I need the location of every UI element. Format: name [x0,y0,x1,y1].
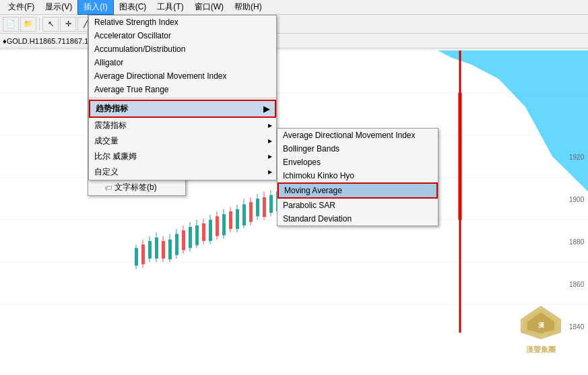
menu-chart[interactable]: 图表(C) [114,0,152,14]
svg-text:1840: 1840 [569,323,585,331]
toolbar-sep1 [39,18,40,30]
tech-oscillator[interactable]: 震荡指标 [89,118,276,133]
crosshair-btn[interactable]: ✛ [60,17,76,32]
trend-bb[interactable]: Bollinger Bands [277,142,438,156]
tech-alligator[interactable]: Alligator [89,56,276,69]
menu-window[interactable]: 窗口(W) [189,0,229,14]
menu-view[interactable]: 显示(V) [40,0,77,14]
menubar: 文件(F) 显示(V) 插入(I) 图表(C) 工具(T) 窗口(W) 帮助(H… [0,0,588,15]
menu-file[interactable]: 文件(F) [3,0,40,14]
tech-ao[interactable]: Accelerator Oscillator [89,29,276,42]
menu-help[interactable]: 帮助(H) [229,0,267,14]
svg-text:1920: 1920 [569,154,585,161]
tech-trend[interactable]: 趋势指标 ▶ [89,100,276,118]
new-btn[interactable]: 📄 [3,17,19,32]
svg-text:1860: 1860 [569,281,585,288]
svg-text:1880: 1880 [569,238,585,246]
tech-admi[interactable]: Average Directional Movement Index [89,69,276,83]
symbol-price1: 1865.71 [39,37,66,45]
tech-billwilliams[interactable]: 比尔 威廉姆 [89,149,276,164]
svg-text:漢: 漢 [538,322,545,329]
menu-insert[interactable]: 插入(I) [77,0,113,15]
trend-envelopes[interactable]: Envelopes [277,156,438,169]
tech-submenu: Relative Strength Index Accelerator Osci… [88,15,277,180]
trend-ma[interactable]: Moving Average [277,182,438,199]
trend-stddev[interactable]: Standard Deviation [277,212,438,226]
symbol-name: GOLD.H1 [7,37,39,45]
trend-submenu: Average Directional Movement Index Bolli… [277,128,438,226]
tech-sep [89,98,276,98]
menu-textlabel-row: 🏷 文字标签(b) [88,180,185,195]
watermark: 漢 漢聲集團 [514,302,568,355]
trend-admi[interactable]: Average Directional Movement Index [277,129,438,142]
menu-tools[interactable]: 工具(T) [152,0,189,14]
tech-rsi[interactable]: Relative Strength Index [89,15,276,29]
watermark-text: 漢聲集團 [514,345,568,355]
cursor-btn[interactable]: ↖ [42,17,59,32]
tech-custom[interactable]: 自定义 [89,164,276,180]
menu-textlabel[interactable]: 文字标签(b) [115,182,157,193]
trend-ichimoku[interactable]: Ichimoku Kinko Hyo [277,169,438,182]
svg-text:1900: 1900 [569,196,585,203]
trend-psar[interactable]: Parabolic SAR [277,199,438,212]
tech-volume[interactable]: 成交量 [89,133,276,149]
tech-ad[interactable]: Accumulation/Distribution [89,42,276,56]
open-btn[interactable]: 📁 [20,17,36,32]
tech-atr[interactable]: Average True Range [89,83,276,96]
